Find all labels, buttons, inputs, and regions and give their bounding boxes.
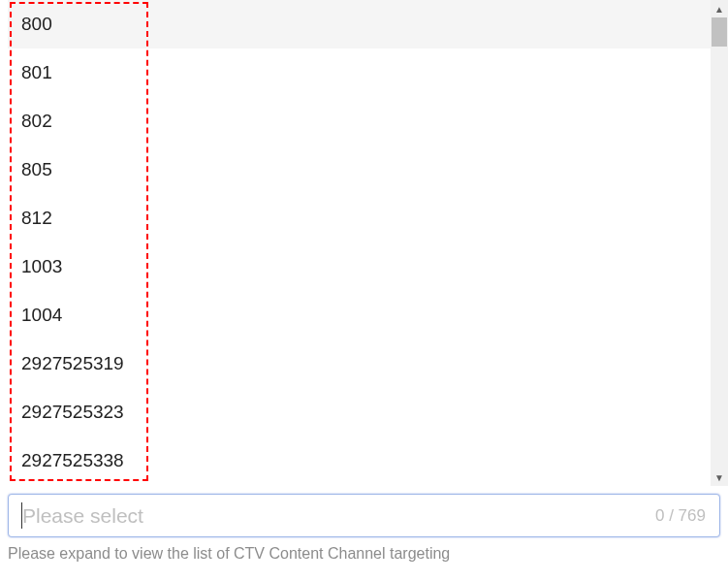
list-item-label: 2927525319: [21, 353, 124, 374]
list-item-label: 2927525338: [21, 450, 124, 471]
list-item[interactable]: 2927525319: [8, 339, 720, 388]
list-item[interactable]: 2927525323: [8, 388, 720, 436]
text-cursor: [21, 502, 22, 529]
select-input[interactable]: [22, 504, 655, 528]
list-item[interactable]: 802: [8, 97, 720, 145]
list-item-label: 805: [21, 159, 52, 180]
select-input-container[interactable]: 0 / 769: [8, 494, 720, 537]
list-item[interactable]: 2927525338: [8, 436, 720, 485]
dropdown-panel: 800 801 802 805 812 1003 1004 2927525319…: [0, 0, 728, 581]
triangle-up-icon: ▲: [714, 4, 724, 15]
option-list: 800 801 802 805 812 1003 1004 2927525319…: [8, 0, 720, 486]
triangle-down-icon: ▼: [714, 472, 724, 483]
list-item-label: 800: [21, 14, 52, 35]
scroll-down-icon[interactable]: ▼: [711, 468, 728, 486]
scrollbar[interactable]: ▲ ▼: [711, 0, 728, 486]
selection-counter: 0 / 769: [655, 506, 706, 526]
list-item[interactable]: 812: [8, 194, 720, 242]
list-item[interactable]: 805: [8, 145, 720, 194]
list-item[interactable]: 1003: [8, 242, 720, 291]
list-item[interactable]: 801: [8, 48, 720, 97]
list-item[interactable]: 1004: [8, 291, 720, 339]
scroll-up-icon[interactable]: ▲: [711, 0, 728, 17]
list-item[interactable]: 800: [8, 0, 720, 48]
list-item-label: 801: [21, 62, 52, 83]
list-item-label: 1003: [21, 256, 62, 277]
list-item-label: 2927525323: [21, 402, 124, 423]
hint-text: Please expand to view the list of CTV Co…: [8, 545, 450, 563]
list-item-label: 812: [21, 208, 52, 229]
list-item-label: 802: [21, 111, 52, 132]
list-item-label: 1004: [21, 305, 62, 326]
scroll-thumb[interactable]: [712, 17, 727, 47]
